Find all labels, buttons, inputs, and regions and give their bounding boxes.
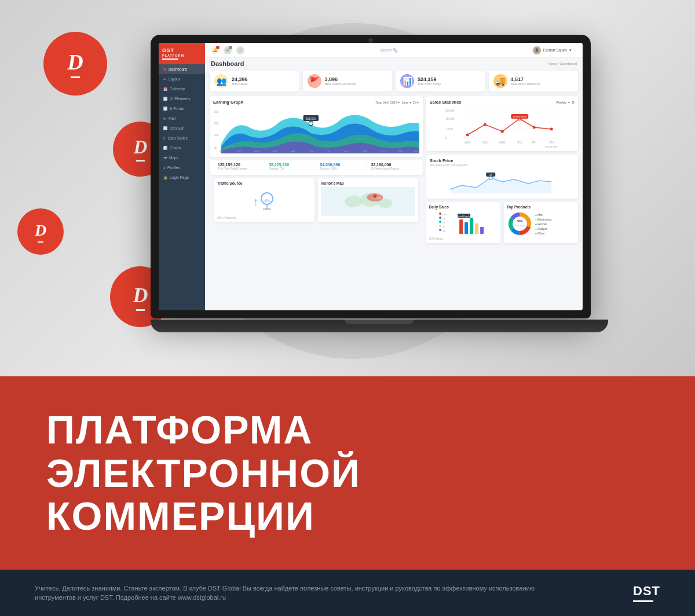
- sales-stats-card: Sales Statistics Weekly ▾ ⚙: [426, 96, 579, 151]
- heading-line1: ПЛАТФОРМА: [46, 408, 361, 452]
- sales-settings-icon[interactable]: ⚙: [572, 101, 575, 104]
- sidebar-item-maps[interactable]: 🗺 Maps: [159, 153, 205, 163]
- brand-name: DST: [162, 47, 202, 54]
- svg-text:APR: APR: [273, 151, 277, 153]
- svg-point-43: [550, 128, 553, 131]
- svg-point-63: [439, 225, 441, 227]
- main-heading: ПЛАТФОРМА ЭЛЕКТРОННОЙ КОММЕРЦИИ: [46, 408, 361, 538]
- svg-text:TUE: TUE: [482, 141, 487, 144]
- sidebar-label-maps: Maps: [169, 156, 178, 160]
- sidebar-item-profiles[interactable]: ♦ Profiles: [159, 163, 205, 173]
- svg-text:DEC: DEC: [414, 151, 419, 153]
- svg-rect-71: [470, 218, 473, 234]
- stats-row: 👥 24,396 Total Users 🚩 3,896: [205, 68, 583, 94]
- svg-text:Aus: Aus: [442, 230, 446, 232]
- laptop-body: DST PLATFORM Dashboard ✏ Layout: [151, 35, 591, 318]
- laptop: DST PLATFORM Dashboard ✏ Layout: [151, 35, 608, 359]
- sidebar-item-layout[interactable]: ✏ Layout: [159, 74, 205, 84]
- user-menu[interactable]: 👤 Farhan Salam ▾ ···: [533, 46, 577, 54]
- svg-text:10,000: 10,000: [445, 117, 455, 120]
- donut-area: 30% Total Items ● Man ● Electronics ● Wo…: [507, 211, 575, 237]
- svg-text:SEP: SEP: [363, 151, 368, 153]
- search-area[interactable]: Search 🔍: [249, 48, 528, 53]
- traffic-widget: Traffic Source ↑: [214, 178, 314, 222]
- delivered-label: Total Items Delivered: [511, 82, 540, 86]
- day-selector[interactable]: 23 ▾: [413, 101, 419, 104]
- map-area: Russian: [321, 187, 415, 216]
- sidebar-item-charts[interactable]: 📊 Charts: [159, 143, 205, 153]
- bstat-num-1: 38,279,230: [269, 163, 312, 167]
- sidebar-item-datatables[interactable]: ≡ Data Tables: [159, 133, 205, 143]
- sidebar-item-dashboard[interactable]: Dashboard: [159, 64, 205, 74]
- earning-chart-header: Earning Graph Total Sell 2017 ▾ June ▾ 2…: [213, 100, 419, 105]
- sidebar-item-mail[interactable]: ✉ Mail: [159, 113, 205, 123]
- footer-logo-text: DST: [633, 584, 660, 599]
- sidebar-item-iconset[interactable]: ⬜ Icon Set: [159, 123, 205, 133]
- orders-number: 3,896: [325, 76, 356, 82]
- daily-sales-chart: USA CA UK NZ: [429, 211, 498, 237]
- sales-chart-area: 20,000 10,000 1,000 0: [430, 107, 575, 148]
- footer-bar: Учитесь. Делитесь знаниями. Станьте эксп…: [0, 570, 695, 616]
- weekly-dropdown[interactable]: ▾: [568, 101, 570, 104]
- daily-sales-title: Daily Sales: [429, 205, 498, 209]
- svg-text:USA: USA: [442, 214, 447, 216]
- svg-text:1: 1: [460, 234, 462, 236]
- heading-line2: ЭЛЕКТРОННОЙ: [46, 452, 361, 495]
- bstat-num-2: $4,500,890: [320, 163, 363, 167]
- svg-text:1k: 1k: [214, 146, 217, 149]
- sidebar-item-ui[interactable]: ⬜ UI Elements: [159, 94, 205, 104]
- sidebar-item-login[interactable]: 🔒 Login Page: [159, 173, 205, 182]
- bstat-label-3: St Petersburg, Russia: [371, 167, 414, 170]
- svg-text:AUG: AUG: [345, 151, 349, 153]
- star-icon[interactable]: ☆: [236, 46, 244, 54]
- dashboard: DST PLATFORM Dashboard ✏ Layout: [159, 43, 583, 310]
- sidebar-label-profiles: Profiles: [167, 166, 180, 170]
- bstat-2: $4,500,890 Tucson, USA: [316, 160, 367, 173]
- traffic-up-icon: ↑: [253, 195, 258, 208]
- svg-text:OCT: OCT: [381, 151, 386, 153]
- sidebar-logo: DST PLATFORM: [159, 43, 205, 64]
- sold-info: $24,159 Total Sold Today: [418, 76, 441, 86]
- bstat-0: 125,159,120 This Year Total Earning: [214, 160, 265, 173]
- red-content: ПЛАТФОРМА ЭЛЕКТРОННОЙ КОММЕРЦИИ: [0, 376, 695, 570]
- user-more-icon: ···: [574, 48, 577, 52]
- month-selector[interactable]: June ▾: [401, 101, 411, 104]
- users-number: 24,396: [232, 76, 248, 82]
- svg-point-40: [500, 130, 503, 133]
- main-content: 🔔 ✉ ☆ Search 🔍: [205, 43, 583, 310]
- svg-text:MON: MON: [464, 141, 471, 144]
- svg-text:FEB: FEB: [237, 151, 241, 153]
- svg-text:THU: THU: [517, 141, 522, 144]
- svg-text:4: 4: [476, 234, 477, 236]
- mail-icon-wrap[interactable]: ✉: [224, 46, 232, 54]
- svg-text:JUN: JUN: [309, 151, 313, 153]
- bstat-label-2: Tucson, USA: [320, 167, 363, 170]
- svg-text:FRI: FRI: [532, 141, 536, 144]
- sidebar-label-mail: Mail: [169, 116, 175, 120]
- stat-card-delivered: 🚚 4,517 Total Items Delivered: [489, 71, 579, 91]
- sold-icon: 📊: [400, 74, 414, 88]
- svg-point-39: [483, 123, 486, 126]
- svg-text:United Kingdom: United Kingdom: [456, 215, 471, 218]
- page-header: Dashboard Home / Dashboard: [205, 58, 583, 68]
- bell-icon-wrap[interactable]: 🔔: [211, 46, 219, 54]
- stock-chart-area: 34: [430, 169, 575, 195]
- svg-point-20: [261, 193, 273, 204]
- map-svg: Russian: [321, 187, 415, 216]
- year-selector[interactable]: 2017 ▾: [390, 101, 400, 104]
- user-avatar: 👤: [533, 46, 541, 54]
- traffic-sub: 65% Achieved: [217, 216, 312, 219]
- svg-text:1,000: 1,000: [445, 127, 453, 131]
- traffic-icon-area: ↑: [217, 187, 312, 216]
- sidebar-label-calendar: Calendar: [170, 87, 185, 91]
- stat-card-orders: 🚩 3,896 New Orders Received: [303, 71, 393, 91]
- svg-rect-72: [475, 223, 478, 234]
- sidebar-item-forms[interactable]: ⬜ & Forms: [159, 104, 205, 113]
- svg-rect-70: [464, 222, 468, 234]
- users-info: 24,396 Total Users: [232, 76, 248, 86]
- right-col: Sales Statistics Weekly ▾ ⚙: [426, 96, 579, 308]
- svg-point-57: [439, 212, 441, 215]
- orders-label: New Orders Received: [325, 82, 356, 86]
- sidebar-item-calendar[interactable]: 📅 Calendar: [159, 84, 205, 94]
- sidebar-label-layout: Layout: [169, 77, 180, 81]
